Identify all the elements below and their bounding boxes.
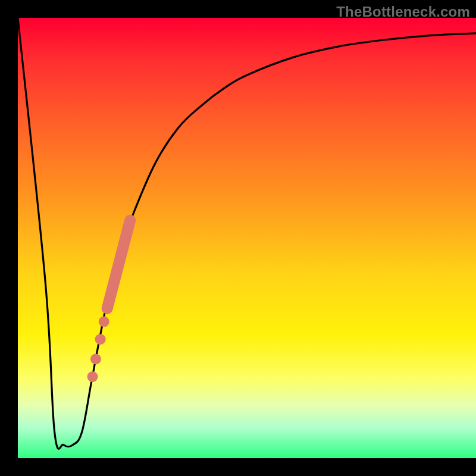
marker-dot: [87, 371, 98, 382]
marker-dot: [99, 317, 109, 327]
bottleneck-curve: [18, 18, 476, 449]
marker-dot: [90, 354, 101, 365]
chart-svg: [18, 18, 476, 458]
marker-dot: [95, 334, 106, 345]
plot-area: [18, 18, 476, 458]
marker-thick-segment: [107, 220, 130, 308]
chart-stage: TheBottleneck.com: [0, 0, 476, 476]
